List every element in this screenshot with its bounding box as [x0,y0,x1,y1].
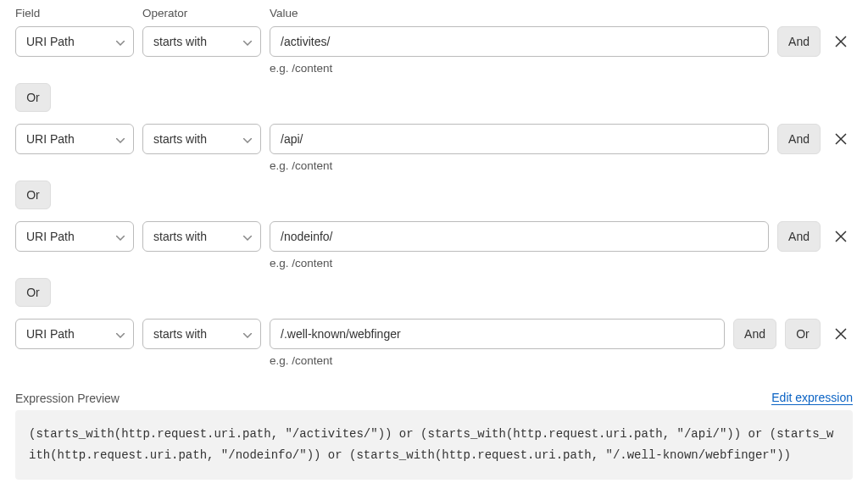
value-input[interactable] [270,26,769,57]
close-icon [835,231,847,242]
and-button[interactable]: And [777,221,821,252]
close-icon [835,328,847,340]
chevron-down-icon [116,327,125,341]
or-button[interactable]: Or [15,278,51,307]
remove-rule-button[interactable] [829,322,853,346]
chevron-down-icon [243,230,252,243]
chevron-down-icon [116,35,125,48]
value-input[interactable] [270,124,769,154]
field-header: Field [15,7,142,19]
remove-rule-button[interactable] [829,225,853,248]
field-select[interactable]: URI Path [15,26,134,57]
chevron-down-icon [116,230,125,243]
expression-preview-code: (starts_with(http.request.uri.path, "/ac… [15,410,853,480]
value-hint: e.g. /content [270,60,332,75]
operator-select[interactable]: starts with [142,221,261,252]
field-select-value: URI Path [26,132,75,146]
operator-select-value: starts with [153,35,207,48]
and-button[interactable]: And [777,26,821,57]
operator-header: Operator [142,7,270,19]
value-header: Value [270,7,775,19]
and-button[interactable]: And [777,124,821,154]
remove-rule-button[interactable] [829,127,853,151]
close-icon [835,36,847,47]
field-select-value: URI Path [26,35,75,48]
close-icon [835,133,847,145]
hint-row: e.g. /content [15,255,853,270]
or-button[interactable]: Or [15,83,51,112]
operator-select[interactable]: starts with [142,319,261,349]
edit-expression-link[interactable]: Edit expression [771,391,853,405]
field-select[interactable]: URI Path [15,221,134,252]
operator-select-value: starts with [153,230,207,243]
chevron-down-icon [243,35,252,48]
rule-row: URI Path starts with And [15,221,853,252]
chevron-down-icon [116,132,125,146]
field-select[interactable]: URI Path [15,319,134,349]
value-input[interactable] [270,221,769,252]
and-button[interactable]: And [733,319,776,349]
value-input[interactable] [270,319,725,349]
rule-row: URI Path starts with And [15,26,853,57]
preview-header: Expression Preview Edit expression [15,391,853,405]
rule-row: URI Path starts with And [15,124,853,154]
or-button[interactable]: Or [15,181,51,209]
chevron-down-icon [243,132,252,146]
value-hint: e.g. /content [270,255,332,270]
rule-row: URI Path starts with And Or [15,319,853,349]
value-hint: e.g. /content [270,353,332,367]
field-select[interactable]: URI Path [15,124,134,154]
field-select-value: URI Path [26,327,75,341]
operator-select-value: starts with [153,327,207,341]
field-select-value: URI Path [26,230,75,243]
preview-label: Expression Preview [15,392,120,405]
operator-select[interactable]: starts with [142,26,261,57]
or-button[interactable]: Or [785,319,821,349]
chevron-down-icon [243,327,252,341]
hint-row: e.g. /content [15,353,853,367]
hint-row: e.g. /content [15,60,853,75]
operator-select[interactable]: starts with [142,124,261,154]
column-headers: Field Operator Value [15,7,853,19]
remove-rule-button[interactable] [829,30,853,53]
value-hint: e.g. /content [270,158,332,172]
operator-select-value: starts with [153,132,207,146]
hint-row: e.g. /content [15,158,853,172]
